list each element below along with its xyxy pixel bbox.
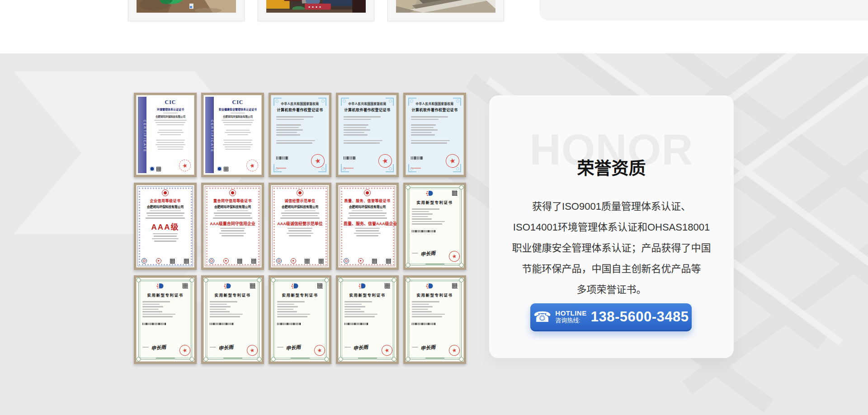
hotline-button[interactable]: ☎ HOTLINE 咨询热线: 138-5600-3485 (530, 303, 692, 331)
text-line (276, 119, 304, 120)
credit-association-icon (209, 258, 214, 264)
cic-logo: CIC (217, 99, 259, 106)
cic-certificate-ribbon: CERTIFICATE (138, 97, 146, 173)
project-photo-card-2[interactable] (258, 0, 374, 21)
credit-emblem-icon (162, 189, 169, 196)
qr-code-icon (452, 283, 458, 288)
text-line (354, 233, 381, 234)
certificate-footer: ★ (150, 160, 191, 171)
text-line (287, 233, 313, 234)
certificate-footer: ★ (276, 258, 324, 264)
certificate-cic[interactable]: CERTIFICATE CIC 职业健康安全管理体系认证证书 合肥珂玛环保科技有… (201, 93, 264, 177)
text-line (226, 130, 250, 131)
text-line (214, 212, 252, 214)
certificate-grade: AAA级 (142, 221, 189, 232)
corner-ornament-icon (341, 98, 349, 106)
text-line (276, 140, 315, 141)
text-line (277, 311, 297, 312)
certificate-body: 实用新型专利证书 (271, 278, 329, 330)
text-line (344, 132, 364, 133)
text-line (277, 347, 283, 348)
text-line (217, 210, 248, 211)
certificate-patent[interactable]: 实用新型专利证书 申长雨 ★ (269, 275, 331, 364)
text-line (280, 217, 319, 219)
text-line (223, 122, 253, 123)
text-line (282, 215, 318, 217)
text-line (352, 210, 383, 211)
certificate-cic[interactable]: CERTIFICATE CIC 环境管理体系认证证书 合肥珂玛环保科技有限公司 … (134, 93, 197, 177)
text-line (344, 116, 381, 118)
text-line (160, 134, 181, 135)
certificate-title: 企业信用等级证书 (142, 198, 189, 203)
text-line (152, 238, 179, 240)
construction-photo-2-image (266, 0, 366, 13)
text-line (157, 146, 184, 147)
text-line (146, 217, 184, 219)
text-line (222, 120, 254, 121)
certificate-patent[interactable]: 实用新型专利证书 申长雨 ★ (403, 275, 466, 364)
certificate-copyright[interactable]: 中华人民共和国国家版权局 计算机软件著作权登记证书 ★ (403, 93, 466, 177)
project-photo-card-1[interactable] (128, 0, 245, 21)
text-line (277, 304, 294, 305)
credit-emblem-icon (297, 189, 303, 196)
certificate-copyright[interactable]: 中华人民共和国国家版权局 计算机软件著作权登记证书 ★ (269, 93, 331, 177)
cnipa-logo-icon (421, 283, 433, 291)
qr-code-icon (386, 259, 391, 264)
certificate-patent[interactable]: 实用新型专利证书 申长雨 ★ (134, 275, 197, 364)
text-line (349, 215, 386, 217)
certificate-patent[interactable]: 实用新型专利证书 申长雨 ★ (201, 275, 264, 364)
text-line (412, 301, 439, 302)
text-line (224, 142, 252, 143)
honor-description: 获得了ISO9001质量管理体系认证、 ISO14001环境管理体系认证和OHS… (489, 196, 734, 300)
certificate-title: 实用新型专利证书 (344, 292, 390, 297)
certificate-title: 重合同守信用等级证书 (209, 198, 256, 203)
text-line (412, 314, 445, 315)
text-line (344, 127, 366, 128)
certificate-number (411, 168, 421, 169)
company-name: 合肥珂玛环保科技有限公司 (209, 204, 256, 209)
text-line (344, 134, 368, 136)
certificate-credit[interactable]: 诚信经营示范单位 合肥珂玛环保科技有限公司 AAA级诚信经营示范单位 ★ (269, 183, 331, 270)
certificate-credit[interactable]: 企业信用等级证书 合肥珂玛环保科技有限公司 AAA级 ★ (134, 183, 197, 270)
qr-code-icon (183, 283, 188, 288)
text-line (411, 129, 438, 131)
text-line (344, 316, 375, 317)
construction-photo-1 (137, 0, 236, 13)
certificate-credit[interactable]: 重合同守信用等级证书 合肥珂玛环保科技有限公司 AAA级重合同守信用企业 ★ (201, 183, 264, 270)
cnipa-logo-icon (354, 283, 366, 291)
text-line (411, 132, 432, 133)
construction-photo-2 (266, 0, 366, 13)
text-line (412, 216, 428, 217)
hotline-phone-number: 138-5600-3485 (591, 309, 689, 325)
certificate-copyright[interactable]: 中华人民共和国国家版权局 计算机软件著作权登记证书 ★ (336, 93, 399, 177)
credit-emblem-icon (364, 189, 371, 196)
certificate-footer: ★ (217, 160, 258, 171)
certificate-body: 实用新型专利证书 (338, 278, 396, 330)
text-line (210, 301, 237, 302)
text-line (344, 311, 364, 312)
text-line (157, 142, 184, 143)
cic-logo-icon (217, 166, 222, 171)
barcode-icon (344, 323, 368, 325)
issuing-authority: 中华人民共和国国家版权局 (276, 101, 324, 106)
project-photo-card-3[interactable] (387, 0, 504, 21)
text-line (412, 311, 432, 312)
certificate-patent[interactable]: 实用新型专利证书 申长雨 ★ (403, 183, 466, 270)
text-line (142, 306, 163, 307)
text-line (276, 129, 303, 131)
text-line (227, 134, 248, 135)
company-name: 合肥珂玛环保科技有限公司 (217, 115, 259, 118)
star-seal-icon: ★ (223, 258, 229, 264)
text-line (147, 215, 184, 217)
cic-logo-icon (150, 166, 155, 171)
certificate-patent[interactable]: 实用新型专利证书 申长雨 ★ (336, 275, 399, 364)
text-line (231, 113, 245, 113)
qr-code-icon (184, 259, 189, 264)
text-line (142, 311, 162, 312)
certificate-credit[interactable]: 质量、服务、信誉等级证书 合肥珂玛环保科技有限公司 质量、服务、信誉AAA级企业… (336, 183, 399, 270)
text-line (412, 316, 442, 317)
barcode-icon (277, 323, 301, 325)
qr-code-icon (156, 167, 161, 171)
description-line: 获得了ISO9001质量管理体系认证、 (489, 196, 734, 217)
text-line (412, 211, 429, 212)
